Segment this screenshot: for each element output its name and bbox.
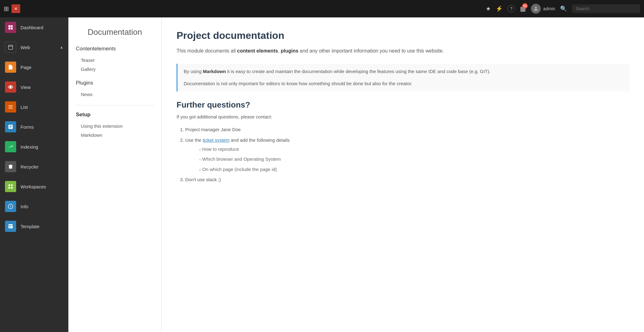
markdown-bold: Markdown — [203, 69, 226, 74]
search-input[interactable] — [572, 4, 640, 13]
intro-bold2: plugins — [281, 48, 298, 53]
blockquote-para1: By using Markdown it is easy to create a… — [184, 67, 623, 76]
contentelements-heading: Contentelements — [76, 46, 154, 52]
sidebar-item-indexing[interactable]: Indexing — [0, 137, 68, 157]
list-item-1-text: Project manager Jane Doe — [185, 127, 241, 132]
star-icon[interactable]: ★ — [486, 5, 491, 12]
sidebar-item-view[interactable]: View — [0, 77, 68, 97]
bolt-icon[interactable]: ⚡ — [496, 5, 503, 12]
indexing-icon — [5, 141, 16, 152]
further-subtitle: If you got additional questions, please … — [177, 114, 629, 119]
notification-count: 53 — [522, 3, 528, 9]
main-container: Dashboard Web ▲ Page View List — [0, 17, 644, 332]
close-icon: ✕ — [14, 6, 18, 11]
sidebar-item-workspaces[interactable]: Workspaces — [0, 177, 68, 196]
svg-rect-4 — [11, 28, 13, 30]
grid-icon[interactable]: ⊞ — [4, 5, 9, 12]
view-icon — [5, 81, 16, 93]
sidebar-item-page[interactable]: Page — [0, 57, 68, 77]
dashboard-icon — [5, 22, 16, 33]
sidebar-item-info[interactable]: Info — [0, 196, 68, 216]
sidebar-item-workspaces-label: Workspaces — [21, 184, 46, 189]
contentelements-section: Contentelements Teaser Gallery — [76, 46, 154, 74]
sidebar-item-dashboard-label: Dashboard — [21, 25, 43, 30]
content-panel: Project documentation This module docume… — [162, 17, 644, 332]
notification-badge[interactable]: ▦ 53 — [520, 5, 526, 12]
svg-rect-16 — [11, 184, 13, 186]
blockquote-p1-end: it is easy to create and maintain the do… — [226, 69, 490, 74]
svg-rect-22 — [8, 224, 13, 228]
sub-list: How to reproduce Which browser and Opera… — [185, 145, 629, 174]
user-name: admin — [543, 6, 555, 11]
blockquote: By using Markdown it is easy to create a… — [177, 64, 629, 91]
teaser-link[interactable]: Teaser — [76, 56, 154, 65]
svg-rect-3 — [8, 28, 10, 30]
topbar: ⊞ ✕ ★ ⚡ ? ▦ 53 admin 🔍 — [0, 0, 644, 17]
sidebar-item-recycler-label: Recycler — [21, 164, 39, 169]
svg-rect-5 — [8, 45, 13, 49]
further-questions-title: Further questions? — [177, 100, 629, 110]
svg-rect-17 — [8, 187, 10, 189]
close-button[interactable]: ✕ — [12, 4, 20, 13]
page-icon — [5, 62, 16, 73]
topbar-actions: ★ ⚡ ? ▦ 53 admin 🔍 — [486, 4, 640, 14]
ticket-system-link[interactable]: ticket system — [203, 137, 230, 143]
sidebar-item-web[interactable]: Web ▲ — [0, 37, 68, 57]
list-item-2-text-end: and add the following details — [230, 137, 290, 143]
svg-rect-1 — [8, 25, 10, 27]
markdown-link[interactable]: Markdown — [76, 131, 154, 140]
topbar-left: ⊞ ✕ — [4, 4, 20, 13]
contact-list: Project manager Jane Doe Use the ticket … — [177, 125, 629, 185]
sidebar-item-dashboard[interactable]: Dashboard — [0, 17, 68, 37]
content-intro: This module documents all content elemen… — [177, 47, 629, 55]
setup-section: Setup Using this extension Markdown — [76, 112, 154, 140]
svg-point-0 — [535, 7, 537, 9]
sidebar-item-template-label: Template — [21, 224, 39, 229]
sidebar: Dashboard Web ▲ Page View List — [0, 17, 68, 332]
sidebar-item-info-label: Info — [21, 204, 28, 209]
using-this-extension-link[interactable]: Using this extension — [76, 122, 154, 131]
setup-heading: Setup — [76, 112, 154, 118]
list-icon — [5, 101, 16, 113]
sidebar-item-web-label: Web — [21, 45, 30, 50]
sidebar-item-list[interactable]: List — [0, 97, 68, 117]
svg-point-7 — [9, 86, 12, 88]
content-title: Project documentation — [177, 30, 629, 41]
sub-list-item-2: Which browser and Operating System — [199, 155, 629, 164]
workspaces-icon — [5, 181, 16, 192]
blockquote-para2: Documentation is not only important for … — [184, 80, 623, 88]
intro-end: and any other important information you … — [298, 48, 444, 53]
list-item-2: Use the ticket system and add the follow… — [185, 136, 629, 174]
intro-text: This module documents all — [177, 48, 237, 53]
list-item-2-text-start: Use the — [185, 137, 203, 143]
forms-icon — [5, 121, 16, 132]
help-icon[interactable]: ? — [508, 5, 515, 12]
search-icon[interactable]: 🔍 — [560, 5, 567, 12]
svg-point-21 — [10, 205, 11, 206]
sidebar-item-forms[interactable]: Forms — [0, 117, 68, 137]
template-icon — [5, 221, 16, 232]
sidebar-item-list-label: List — [21, 104, 28, 110]
sidebar-item-indexing-label: Indexing — [21, 144, 38, 150]
svg-rect-15 — [8, 184, 10, 186]
web-arrow-icon: ▲ — [60, 45, 63, 49]
news-link[interactable]: News — [76, 90, 154, 99]
middle-panel: Documentation Contentelements Teaser Gal… — [68, 17, 162, 332]
svg-rect-2 — [11, 25, 13, 27]
divider — [76, 105, 154, 105]
avatar — [531, 4, 541, 14]
sidebar-item-forms-label: Forms — [21, 124, 34, 130]
plugins-heading: Plugins — [76, 80, 154, 86]
gallery-link[interactable]: Gallery — [76, 65, 154, 74]
middle-panel-title: Documentation — [76, 27, 154, 37]
web-icon — [5, 42, 16, 53]
sub-list-item-3: On which page (include the page id) — [199, 165, 629, 174]
sidebar-item-template[interactable]: Template — [0, 216, 68, 236]
info-icon — [5, 201, 16, 212]
list-item-1: Project manager Jane Doe — [185, 125, 629, 134]
svg-rect-18 — [11, 187, 13, 189]
sidebar-item-page-label: Page — [21, 65, 31, 70]
sub-list-item-1: How to reproduce — [199, 145, 629, 154]
sidebar-item-recycler[interactable]: Recycler — [0, 157, 68, 177]
user-section[interactable]: admin — [531, 4, 555, 14]
